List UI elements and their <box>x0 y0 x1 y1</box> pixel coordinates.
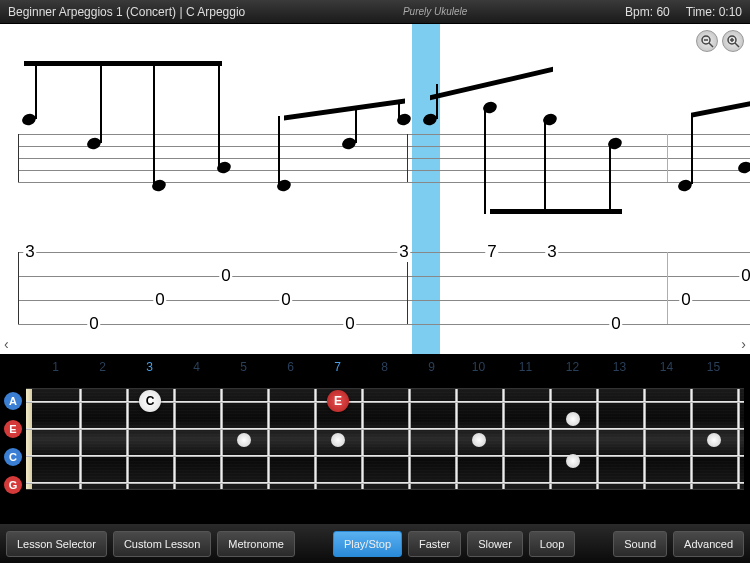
finger-dot: C <box>139 390 161 412</box>
fret-marker-icon <box>707 433 721 447</box>
beam <box>691 101 750 118</box>
tab-number: 0 <box>609 314 622 334</box>
metronome-button[interactable]: Metronome <box>217 531 295 557</box>
fret-marker-icon <box>566 412 580 426</box>
fret-number: 12 <box>549 360 596 374</box>
tab-number: 0 <box>739 266 750 286</box>
tab-number: 0 <box>279 290 292 310</box>
nut <box>26 389 32 489</box>
loop-button[interactable]: Loop <box>529 531 575 557</box>
fret-marker-icon <box>566 454 580 468</box>
string-labels: A E C G <box>4 392 22 494</box>
tab-number: 3 <box>545 242 558 262</box>
bpm-label: Bpm: 60 <box>625 5 670 19</box>
scroll-right-button[interactable]: › <box>741 336 746 352</box>
string-label-g: G <box>4 476 22 494</box>
fret-number: 8 <box>361 360 408 374</box>
finger-dot: E <box>327 390 349 412</box>
fret-number: 2 <box>79 360 126 374</box>
fret-marker-icon <box>472 433 486 447</box>
fret-number: 11 <box>502 360 549 374</box>
fret-numbers: 1 2 3 4 5 6 7 8 9 10 11 12 13 14 15 <box>0 354 750 378</box>
fret-number: 15 <box>690 360 737 374</box>
zoom-out-button[interactable] <box>696 30 718 52</box>
svg-line-4 <box>735 43 739 47</box>
fretboard-area: 1 2 3 4 5 6 7 8 9 10 11 12 13 14 15 A E … <box>0 354 750 524</box>
tab-number: 0 <box>153 290 166 310</box>
fret-number: 9 <box>408 360 455 374</box>
lesson-selector-button[interactable]: Lesson Selector <box>6 531 107 557</box>
fret-number: 6 <box>267 360 314 374</box>
sound-button[interactable]: Sound <box>613 531 667 557</box>
svg-line-1 <box>709 43 713 47</box>
beam <box>24 61 222 66</box>
fret-number: 4 <box>173 360 220 374</box>
brand-label: Purely Ukulele <box>245 6 625 17</box>
tab-number: 7 <box>485 242 498 262</box>
time-label: Time: 0:10 <box>686 5 742 19</box>
fret-number: 14 <box>643 360 690 374</box>
fret-number: 13 <box>596 360 643 374</box>
string-label-e: E <box>4 420 22 438</box>
staff <box>18 134 750 182</box>
fret-marker-icon <box>331 433 345 447</box>
tab-number: 0 <box>343 314 356 334</box>
advanced-button[interactable]: Advanced <box>673 531 744 557</box>
bottom-toolbar: Lesson Selector Custom Lesson Metronome … <box>0 524 750 563</box>
custom-lesson-button[interactable]: Custom Lesson <box>113 531 211 557</box>
fret-number: 7 <box>314 360 361 374</box>
tab-number: 0 <box>87 314 100 334</box>
beam <box>490 209 622 214</box>
zoom-in-button[interactable] <box>722 30 744 52</box>
top-bar: Beginner Arpeggios 1 (Concert) | C Arpeg… <box>0 0 750 24</box>
fret-number: 10 <box>455 360 502 374</box>
slower-button[interactable]: Slower <box>467 531 523 557</box>
fret-marker-icon <box>237 433 251 447</box>
fret-number: 3 <box>126 360 173 374</box>
fret-number: 5 <box>220 360 267 374</box>
lesson-title: Beginner Arpeggios 1 (Concert) | C Arpeg… <box>8 5 245 19</box>
fretboard[interactable]: C E <box>26 388 744 490</box>
scroll-left-button[interactable]: ‹ <box>4 336 9 352</box>
fret-number: 1 <box>32 360 79 374</box>
tab-number: 3 <box>23 242 36 262</box>
notation-area[interactable]: 3 0 0 0 0 0 3 7 3 0 0 0 ‹ › <box>0 24 750 354</box>
play-stop-button[interactable]: Play/Stop <box>333 531 402 557</box>
beam <box>284 98 405 120</box>
string-label-c: C <box>4 448 22 466</box>
string-label-a: A <box>4 392 22 410</box>
tab-number: 3 <box>397 242 410 262</box>
tab-number: 0 <box>219 266 232 286</box>
tab-staff <box>18 252 750 324</box>
beam <box>430 67 553 100</box>
tab-number: 0 <box>679 290 692 310</box>
faster-button[interactable]: Faster <box>408 531 461 557</box>
